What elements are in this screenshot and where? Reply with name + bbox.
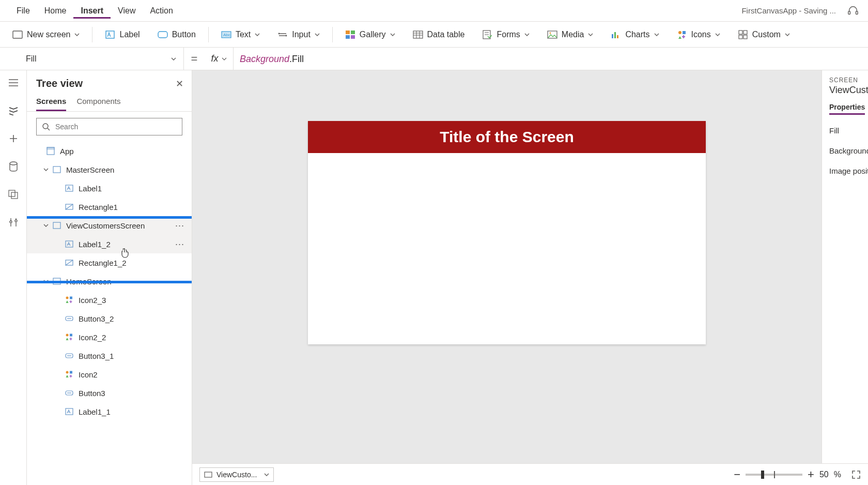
insert-media-button[interactable]: Media (542, 26, 599, 43)
tree-item-button3_2[interactable]: Button3_2 (27, 309, 192, 328)
zoom-out-button[interactable]: − (734, 468, 740, 481)
tree-item-icon2[interactable]: Icon2 (27, 365, 192, 384)
canvas-screen[interactable]: Title of the Screen (308, 121, 706, 344)
zoom-slider[interactable] (746, 474, 802, 476)
rect-icon (64, 259, 74, 267)
svg-rect-4 (158, 32, 167, 38)
tab-components[interactable]: Components (76, 97, 120, 111)
more-options-icon[interactable]: ··· (175, 239, 184, 250)
svg-rect-10 (346, 31, 350, 34)
tab-screens[interactable]: Screens (36, 97, 66, 111)
tree-item-label: Rectangle1 (79, 203, 118, 211)
tree-list: AppMasterScreenLabel1Rectangle1ViewCusto… (27, 142, 192, 485)
tree-item-rectangle1_2[interactable]: Rectangle1_2 (27, 253, 192, 272)
chevron-down-icon (715, 32, 720, 37)
insert-data-table-button[interactable]: Data table (408, 26, 470, 43)
gallery-btn-text: Gallery (360, 30, 386, 39)
status-screen-selector[interactable]: ViewCusto... (199, 467, 274, 482)
chevron-down-icon (785, 32, 790, 37)
tree-item-masterscreen[interactable]: MasterScreen (27, 160, 192, 179)
media-icon (547, 29, 557, 40)
advanced-tools-icon[interactable] (7, 216, 20, 229)
insert-icons-button[interactable]: Icons (672, 26, 725, 43)
fit-to-window-icon[interactable] (851, 470, 861, 479)
tree-item-label: Button3 (79, 389, 105, 398)
icon-icon (64, 370, 74, 378)
button-icon (64, 389, 74, 397)
new-screen-button[interactable]: New screen (7, 26, 85, 43)
tree-item-icon2_2[interactable]: Icon2_2 (27, 328, 192, 346)
tree-item-homescreen[interactable]: HomeScreen (27, 272, 192, 291)
label-btn-text: Label (119, 30, 140, 39)
support-icon[interactable] (847, 5, 859, 17)
chevron-down-icon (588, 32, 593, 37)
insert-label-button[interactable]: Label (100, 26, 145, 43)
tree-item-label1_1[interactable]: Label1_1 (27, 402, 192, 421)
svg-rect-43 (70, 297, 72, 299)
media-rail-icon[interactable] (7, 188, 20, 201)
insert-text-button[interactable]: Abc Text (216, 26, 265, 43)
tree-item-app[interactable]: App (27, 142, 192, 160)
screen-title-bar[interactable]: Title of the Screen (308, 121, 706, 153)
insert-gallery-button[interactable]: Gallery (340, 26, 400, 43)
menu-action[interactable]: Action (143, 3, 180, 19)
tree-item-label1[interactable]: Label1 (27, 179, 192, 198)
formula-input[interactable]: Background.Fill (234, 53, 310, 65)
insert-input-button[interactable]: Input (272, 26, 325, 43)
chevron-down-icon (74, 32, 80, 37)
status-bar: ViewCusto... − + 50 % (192, 463, 868, 485)
fx-button[interactable]: fx (205, 48, 234, 70)
tab-properties[interactable]: Properties (829, 103, 865, 115)
property-selector[interactable]: Fill (19, 48, 184, 70)
zoom-in-button[interactable]: + (808, 468, 814, 481)
svg-rect-34 (47, 147, 54, 149)
plus-icon[interactable] (7, 132, 20, 145)
search-box[interactable] (36, 118, 182, 135)
svg-rect-52 (205, 472, 212, 477)
tree-item-label: Button3_2 (79, 314, 114, 323)
prop-row-image-position[interactable]: Image posit (829, 166, 868, 175)
menu-insert[interactable]: Insert (73, 3, 111, 19)
more-options-icon[interactable]: ··· (175, 220, 184, 231)
tree-view-panel: Tree view ✕ Screens Components AppMaster… (27, 70, 192, 485)
label-icon (64, 184, 74, 192)
button-icon (64, 314, 74, 323)
screen-icon (52, 221, 62, 230)
properties-panel: SCREEN ViewCusto Properties Fill Backgro… (822, 70, 868, 485)
tree-item-label1_2[interactable]: Label1_2··· (27, 235, 192, 253)
tree-item-button3_1[interactable]: Button3_1 (27, 346, 192, 365)
tree-item-label: Rectangle1_2 (79, 259, 127, 267)
chevron-down-icon (171, 56, 176, 62)
canvas-area[interactable]: Title of the Screen (192, 70, 822, 485)
prop-row-background[interactable]: Background (829, 146, 868, 155)
menu-view[interactable]: View (111, 3, 143, 19)
tree-item-viewcustomersscreen[interactable]: ViewCustomersScreen··· (27, 216, 192, 235)
tree-item-icon2_3[interactable]: Icon2_3 (27, 291, 192, 309)
tree-item-rectangle1[interactable]: Rectangle1 (27, 198, 192, 216)
svg-rect-29 (11, 192, 18, 199)
hamburger-icon[interactable] (7, 77, 20, 89)
svg-point-27 (10, 162, 17, 165)
search-input[interactable] (54, 122, 177, 131)
fx-label: fx (211, 53, 218, 64)
insert-button-button[interactable]: Button (152, 26, 201, 43)
insert-forms-button[interactable]: Forms (477, 26, 534, 43)
search-icon (42, 123, 50, 131)
insert-custom-button[interactable]: Custom (733, 26, 795, 43)
chevron-down-icon (222, 56, 227, 62)
close-icon[interactable]: ✕ (176, 78, 183, 89)
insert-charts-button[interactable]: Charts (606, 26, 664, 43)
tree-item-label: Icon2 (79, 370, 98, 379)
tree-view-icon[interactable] (7, 104, 20, 117)
data-icon[interactable] (7, 160, 20, 173)
screen-icon (12, 29, 23, 40)
tree-item-button3[interactable]: Button3 (27, 384, 192, 402)
media-btn-text: Media (562, 30, 584, 39)
data-table-icon (413, 29, 423, 40)
chevron-down-icon (42, 168, 50, 172)
button-icon (158, 29, 168, 40)
menu-home[interactable]: Home (37, 3, 74, 19)
formula-bar: Fill = fx Background.Fill (0, 48, 868, 70)
menu-file[interactable]: File (9, 3, 37, 19)
prop-row-fill[interactable]: Fill (829, 126, 868, 135)
